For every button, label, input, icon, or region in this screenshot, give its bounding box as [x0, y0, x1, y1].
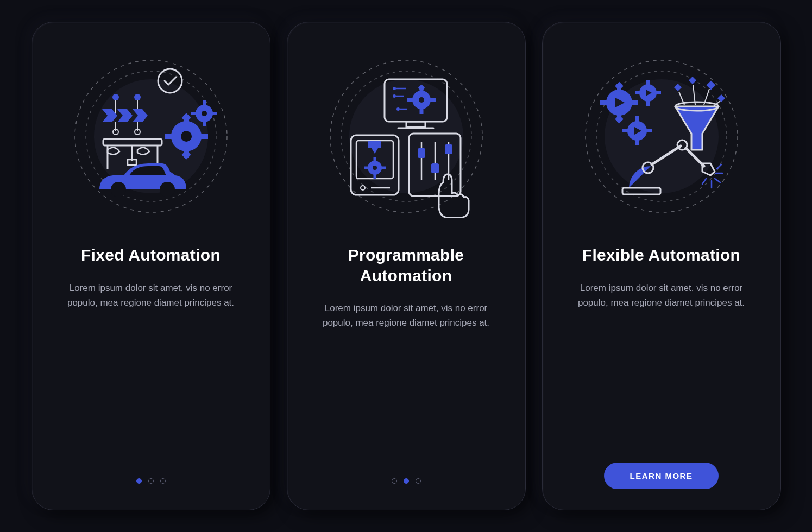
svg-rect-60 — [373, 157, 376, 161]
onboarding-screen-programmable: Programmable Automation Lorem ipsum dolo… — [287, 22, 526, 510]
svg-rect-70 — [431, 163, 439, 173]
svg-rect-45 — [407, 98, 413, 102]
svg-point-6 — [134, 94, 141, 100]
svg-point-13 — [181, 131, 192, 142]
svg-rect-57 — [368, 141, 381, 148]
svg-rect-89 — [656, 91, 661, 94]
svg-rect-87 — [646, 101, 650, 106]
screen-title: Programmable Automation — [309, 245, 503, 286]
svg-rect-62 — [364, 167, 368, 169]
svg-rect-26 — [191, 112, 196, 115]
pagination-dot-1[interactable] — [136, 478, 142, 484]
programmable-automation-icon — [319, 49, 493, 223]
screen-title: Flexible Automation — [582, 245, 740, 265]
onboarding-screen-flexible: Flexible Automation Lorem ipsum dolor si… — [542, 22, 781, 510]
svg-rect-96 — [688, 77, 696, 84]
pagination-dot-1[interactable] — [392, 478, 397, 484]
svg-rect-79 — [600, 100, 607, 105]
pagination-dot-2[interactable] — [404, 478, 409, 484]
svg-rect-61 — [373, 174, 376, 179]
pagination-dot-3[interactable] — [416, 478, 421, 484]
svg-point-59 — [373, 166, 377, 170]
svg-line-112 — [717, 164, 721, 169]
svg-line-113 — [702, 179, 706, 184]
svg-rect-97 — [706, 81, 715, 90]
pagination-dots — [392, 478, 421, 484]
pagination-dot-3[interactable] — [160, 478, 166, 484]
svg-rect-44 — [419, 109, 423, 114]
svg-rect-24 — [203, 100, 206, 105]
screen-title: Fixed Automation — [81, 245, 221, 265]
svg-line-110 — [715, 179, 720, 182]
svg-rect-16 — [165, 134, 172, 139]
svg-rect-68 — [418, 148, 425, 158]
screen-description: Lorem ipsum dolor sit amet, vis no error… — [61, 281, 241, 310]
svg-point-49 — [393, 87, 396, 90]
svg-rect-92 — [635, 140, 639, 145]
svg-point-23 — [202, 111, 207, 116]
svg-rect-98 — [717, 94, 725, 102]
svg-rect-86 — [646, 80, 650, 85]
svg-rect-91 — [635, 116, 639, 122]
svg-rect-80 — [632, 100, 638, 105]
svg-rect-88 — [635, 91, 640, 94]
screen-description: Lorem ipsum dolor sit amet, vis no error… — [572, 281, 751, 310]
svg-rect-72 — [445, 144, 452, 154]
svg-point-51 — [393, 94, 396, 98]
svg-point-34 — [160, 182, 175, 197]
svg-rect-46 — [430, 98, 436, 102]
svg-rect-93 — [622, 129, 628, 132]
svg-point-4 — [112, 94, 119, 100]
svg-point-42 — [419, 97, 424, 103]
svg-point-53 — [396, 107, 400, 111]
svg-point-64 — [361, 186, 365, 190]
flexible-automation-icon — [575, 49, 748, 223]
pagination-dot-2[interactable] — [148, 478, 154, 484]
svg-rect-27 — [212, 112, 217, 115]
svg-rect-63 — [381, 167, 386, 169]
svg-rect-94 — [646, 129, 652, 132]
screen-description: Lorem ipsum dolor sit amet, vis no error… — [317, 301, 496, 330]
svg-rect-17 — [200, 134, 208, 139]
onboarding-screen-fixed: Fixed Automation Lorem ipsum dolor sit a… — [32, 22, 270, 510]
svg-point-33 — [111, 182, 126, 197]
svg-rect-25 — [203, 122, 206, 126]
fixed-automation-icon — [64, 49, 238, 223]
pagination-dots — [136, 478, 166, 484]
learn-more-button[interactable]: LEARN MORE — [604, 463, 719, 489]
